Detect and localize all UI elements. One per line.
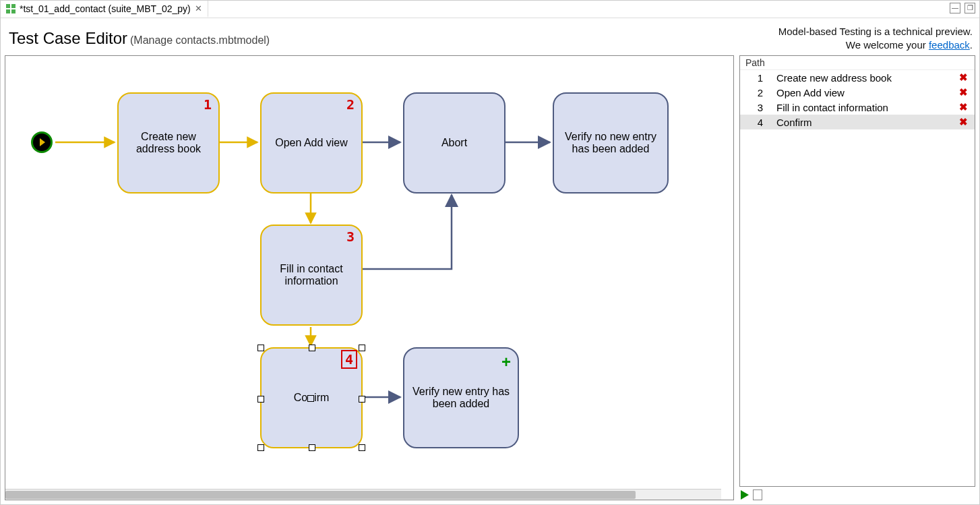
resize-handle[interactable]: [257, 345, 264, 351]
path-row[interactable]: 2 Open Add view ✖: [740, 85, 975, 100]
play-icon[interactable]: [741, 490, 749, 500]
path-row-number: 3: [747, 102, 774, 113]
document-icon[interactable]: [753, 489, 762, 500]
feedback-link[interactable]: feedback: [929, 39, 970, 51]
restore-icon[interactable]: ❐: [964, 3, 975, 13]
path-row-label: Fill in contact information: [774, 102, 959, 113]
scrollbar-thumb[interactable]: [5, 491, 636, 499]
svg-rect-3: [11, 9, 16, 13]
start-state[interactable]: [31, 131, 53, 153]
page-title: Test Case Editor: [9, 29, 127, 47]
path-panel-header: Path: [740, 56, 975, 70]
node-fill-in-contact-information[interactable]: 3 Fill in contact information: [260, 225, 363, 326]
step-number: 4: [341, 350, 357, 369]
path-list: 1 Create new address book ✖ 2 Open Add v…: [740, 70, 975, 486]
node-label: Verify no new entry has been added: [561, 131, 661, 155]
resize-handle[interactable]: [359, 396, 365, 403]
path-row[interactable]: 1 Create new address book ✖: [740, 70, 975, 85]
delete-icon[interactable]: ✖: [959, 71, 968, 84]
path-row-label: Open Add view: [774, 87, 959, 98]
preview-banner: Model-based Testing is a technical previ…: [778, 25, 973, 51]
node-open-add-view[interactable]: 2 Open Add view: [260, 92, 363, 194]
resize-handle[interactable]: [359, 345, 365, 351]
resize-handle[interactable]: [309, 444, 315, 451]
close-icon[interactable]: ✕: [195, 3, 202, 13]
path-row-number: 2: [747, 87, 774, 98]
node-verify-no-new-entry[interactable]: Verify no new entry has been added: [553, 92, 669, 194]
path-row-label: Create new address book: [774, 72, 959, 84]
resize-handle[interactable]: [359, 444, 365, 451]
node-label: Create new address book: [125, 131, 212, 155]
delete-icon[interactable]: ✖: [959, 101, 968, 113]
minimize-icon[interactable]: —: [950, 3, 960, 13]
resize-handle[interactable]: [257, 444, 264, 451]
node-label: Fill in contact information: [268, 263, 355, 287]
delete-icon[interactable]: ✖: [959, 116, 968, 128]
path-row-label: Confirm: [774, 117, 959, 128]
node-label: Verify new entry has been added: [411, 386, 511, 410]
svg-rect-1: [11, 4, 16, 8]
horizontal-scrollbar[interactable]: [5, 489, 721, 500]
tab-title: *tst_01_add_contact (suite_MBT_02_py): [20, 3, 191, 14]
node-confirm[interactable]: 4 Coirm: [260, 347, 363, 448]
page-subtitle: (Manage contacts.mbtmodel): [130, 34, 270, 46]
step-number: 1: [204, 96, 212, 113]
step-number: 3: [346, 229, 355, 245]
node-verify-new-entry[interactable]: + Verify new entry has been added: [403, 347, 519, 448]
step-number: 2: [346, 96, 355, 113]
tab-active[interactable]: *tst_01_add_contact (suite_MBT_02_py) ✕: [1, 1, 208, 18]
svg-rect-0: [6, 4, 10, 8]
path-row-number: 1: [747, 72, 774, 84]
delete-icon[interactable]: ✖: [959, 86, 968, 98]
path-row-number: 4: [747, 117, 774, 128]
grid-icon: [6, 4, 16, 13]
resize-handle[interactable]: [309, 345, 315, 351]
path-row[interactable]: 4 Confirm ✖: [740, 115, 975, 129]
plus-icon: +: [501, 353, 511, 372]
resize-handle[interactable]: [257, 396, 264, 403]
node-abort[interactable]: Abort: [403, 92, 506, 194]
node-label: Open Add view: [275, 137, 348, 149]
diagram-canvas[interactable]: 1 Create new address book 2 Open Add vie…: [5, 55, 734, 500]
node-create-new-address-book[interactable]: 1 Create new address book: [117, 92, 220, 194]
path-panel: Path 1 Create new address book ✖ 2 Open …: [739, 55, 975, 487]
path-row[interactable]: 3 Fill in contact information ✖: [740, 100, 975, 115]
svg-rect-2: [6, 9, 10, 13]
node-label: Coirm: [294, 392, 330, 404]
node-label: Abort: [441, 137, 467, 149]
